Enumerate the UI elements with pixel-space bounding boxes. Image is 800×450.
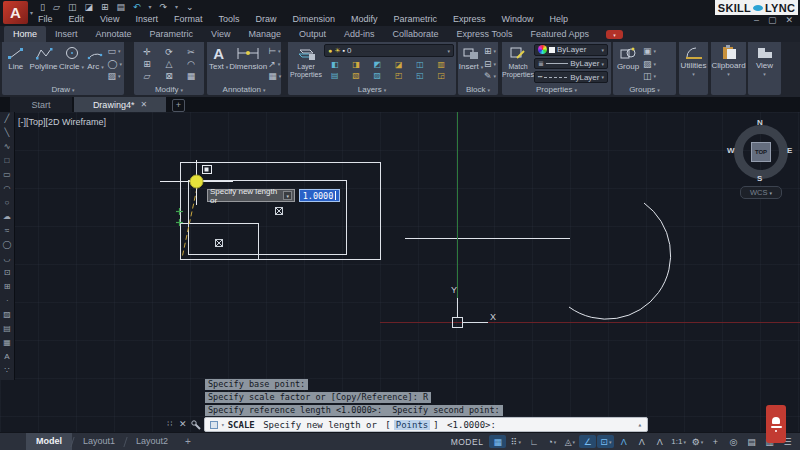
menu-format[interactable]: Format xyxy=(166,13,211,26)
toolbar-text[interactable]: A xyxy=(0,350,14,364)
object-snap[interactable]: ⊡▾ xyxy=(597,435,614,448)
toolbar-arc[interactable]: ◠ xyxy=(0,182,14,196)
qat-open-from-web[interactable]: ⊞ xyxy=(101,2,109,13)
ortho-mode[interactable]: ∟ xyxy=(525,435,542,448)
viewcube-top-face[interactable]: TOP xyxy=(751,142,771,162)
viewport-controls-label[interactable]: [-][Top][2D Wireframe] xyxy=(18,117,106,127)
command-dropdown-caret-icon[interactable]: ▾ xyxy=(221,421,225,428)
ribbon-tab-add-ins[interactable]: Add-ins xyxy=(335,26,384,42)
qat-customize[interactable]: ⌄ xyxy=(186,2,194,13)
object-color-dropdown[interactable]: ByLayer ▾ xyxy=(534,44,608,56)
toolbar-table[interactable]: ▦ xyxy=(0,336,14,350)
create-block-tool[interactable]: ⊞▾ xyxy=(484,46,496,56)
rotate-tool[interactable]: ⟳ xyxy=(165,47,173,57)
copy-tool[interactable]: ⊞ xyxy=(143,59,151,69)
layout-tab-layout1[interactable]: Layout1 xyxy=(73,433,125,450)
grid-display[interactable]: ▦ xyxy=(489,435,506,448)
block-editor-tool[interactable]: ✎▾ xyxy=(484,71,496,81)
menu-tools[interactable]: Tools xyxy=(210,13,247,26)
panel-annotation-label[interactable]: Annotation xyxy=(207,84,281,95)
menu-help[interactable]: Help xyxy=(542,13,577,26)
annotation-visibility[interactable]: Λ xyxy=(615,435,632,448)
viewcube-south[interactable]: S xyxy=(757,174,762,183)
toolbar-hatch[interactable]: ▨ xyxy=(0,308,14,322)
command-option-points[interactable]: Points xyxy=(394,420,431,430)
workspace-switching[interactable]: ⚙▾ xyxy=(689,435,706,448)
layer-tool[interactable]: ◩ xyxy=(374,60,382,69)
toolbar-polygon[interactable]: □ xyxy=(0,154,14,168)
object-snap-tracking[interactable]: ∠ xyxy=(579,435,596,448)
polar-tracking[interactable]: ◔▾ xyxy=(543,435,560,448)
ungroup-tool[interactable]: ▣▾ xyxy=(643,46,657,56)
notification-badge[interactable] xyxy=(766,405,786,443)
viewcube-north[interactable]: N xyxy=(757,118,763,127)
toolbar-rectangle[interactable]: ▭ xyxy=(0,168,14,182)
rectangle-tool[interactable]: ▭▾ xyxy=(107,46,122,56)
ellipse-tool[interactable]: ◯▾ xyxy=(107,59,122,69)
toolbar-construction-line[interactable]: ╲ xyxy=(0,126,14,140)
ribbon-tab-view[interactable]: View xyxy=(202,26,239,42)
polyline-tool[interactable]: Polyline xyxy=(30,44,58,83)
layer-tool[interactable]: ◫ xyxy=(416,60,424,69)
layer-tool[interactable]: ▨ xyxy=(374,71,382,80)
qat-plot[interactable]: ▤ xyxy=(116,2,125,13)
ribbon-tab-output[interactable]: Output xyxy=(290,26,335,42)
qat-undo-menu[interactable]: ▾ xyxy=(149,2,152,13)
array-tool[interactable]: ▦ xyxy=(187,71,196,81)
toolbar-gradient[interactable]: ▤ xyxy=(0,322,14,336)
snap-mode[interactable]: ⠿▾ xyxy=(507,435,524,448)
layer-tool[interactable]: ◪ xyxy=(395,60,403,69)
layer-tool[interactable]: ▧ xyxy=(352,71,360,80)
text-tool[interactable]: A Text xyxy=(209,44,228,83)
new-layout-button[interactable]: + xyxy=(178,436,198,447)
menu-parametric[interactable]: Parametric xyxy=(386,13,446,26)
panel-draw-label[interactable]: Draw xyxy=(2,84,124,95)
lineweight-dropdown[interactable]: ≣ ByLayer ▾ xyxy=(534,58,608,70)
panel-block-label[interactable]: Block xyxy=(458,84,498,95)
circle-tool[interactable]: Circle xyxy=(60,44,84,83)
dimension-tool[interactable]: Dimension xyxy=(230,44,266,83)
viewcube-east[interactable]: E xyxy=(787,146,792,155)
menu-insert[interactable]: Insert xyxy=(127,13,166,26)
qat-open[interactable]: ▱ xyxy=(53,2,60,13)
group-selection-tool[interactable]: ◫▾ xyxy=(643,71,657,81)
annotation-scale[interactable]: 1:1▾ xyxy=(669,435,688,448)
toolbar-circle[interactable]: ○ xyxy=(0,196,14,210)
qat-save-as[interactable]: ◪ xyxy=(84,2,93,13)
toolbar-line[interactable]: ╱ xyxy=(0,112,14,126)
toolbar-multiple-points[interactable]: ∵ xyxy=(0,364,14,378)
model-space-label[interactable]: MODEL xyxy=(451,437,484,447)
hardware-acceleration[interactable]: ▤ xyxy=(743,435,760,448)
command-grip-handle[interactable]: ⁞⁞ xyxy=(167,419,173,428)
layer-tool[interactable]: ▥ xyxy=(438,60,446,69)
layer-tool[interactable]: ◨ xyxy=(352,60,360,69)
menu-express[interactable]: Express xyxy=(445,13,494,26)
ribbon-tab-annotate[interactable]: Annotate xyxy=(87,26,141,42)
crosshair-customize[interactable]: + xyxy=(707,435,724,448)
ribbon-tab-insert[interactable]: Insert xyxy=(46,26,87,42)
scale-tool[interactable]: ⊠ xyxy=(165,71,173,81)
ribbon-tab-home[interactable]: Home xyxy=(4,26,46,42)
app-logo-icon[interactable]: A xyxy=(3,1,28,24)
toolbar-create-block[interactable]: ⊞ xyxy=(0,280,14,294)
hatch-tool[interactable]: ▨▾ xyxy=(107,71,122,81)
qat-redo[interactable]: ↷ xyxy=(160,2,168,13)
mirror-tool[interactable]: △ xyxy=(166,59,173,69)
ribbon-tab-express-tools[interactable]: Express Tools xyxy=(448,26,522,42)
drawing-canvas[interactable]: ╱╲∿□▭◠○☁≈◯◡⊡⊞∙▨▤▦A∵ [-][Top][2D Wirefram… xyxy=(0,112,800,432)
panel-view[interactable]: View ▾ xyxy=(748,42,781,95)
define-attributes-tool[interactable]: ⊟▾ xyxy=(484,59,496,69)
qat-new[interactable]: ▯ xyxy=(40,2,45,13)
menu-view[interactable]: View xyxy=(92,13,127,26)
panel-utilities[interactable]: Utilities ▾ xyxy=(679,42,708,95)
ribbon-tab-parametric[interactable]: Parametric xyxy=(141,26,203,42)
panel-modify-label[interactable]: Modify xyxy=(134,84,204,95)
viewcube-west[interactable]: W xyxy=(727,146,735,155)
linetype-dropdown[interactable]: ┅ ByLayer ▾ xyxy=(534,71,608,83)
command-input[interactable]: ▾ SCALE Specify new length or [Points] <… xyxy=(204,417,648,432)
stretch-tool[interactable]: ▱ xyxy=(144,71,151,81)
move-tool[interactable]: ✛ xyxy=(143,47,151,57)
command-customize-icon[interactable] xyxy=(191,420,201,430)
panel-properties-label[interactable]: Properties xyxy=(502,84,611,95)
ribbon-tab-featured-apps[interactable]: Featured Apps xyxy=(521,26,598,42)
